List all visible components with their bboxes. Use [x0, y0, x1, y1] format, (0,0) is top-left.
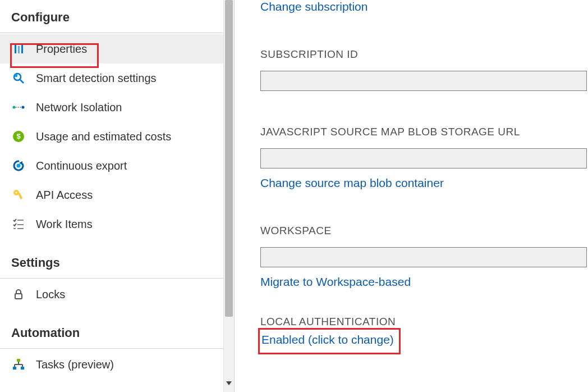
checklist-icon	[11, 217, 26, 231]
sourcemap-url-label: JAVASCRIPT SOURCE MAP BLOB STORAGE URL	[260, 126, 588, 138]
refresh-icon	[11, 158, 26, 173]
change-sourcemap-link[interactable]: Change source map blob container	[260, 176, 444, 190]
sidebar-item-smart-detection[interactable]: Smart detection settings	[0, 63, 223, 93]
svg-line-4	[20, 80, 24, 83]
svg-rect-0	[15, 44, 16, 53]
workspace-label: WORKSPACE	[260, 225, 588, 237]
section-divider	[0, 33, 223, 33]
sidebar-item-label: Continuous export	[36, 159, 127, 172]
svg-rect-18	[13, 228, 16, 229]
sidebar-item-properties[interactable]: Properties	[0, 34, 223, 63]
svg-rect-15	[18, 193, 22, 199]
sidebar-section-header: Settings	[0, 239, 223, 278]
subscription-id-field[interactable]	[260, 71, 587, 91]
svg-marker-28	[226, 381, 232, 385]
subscription-id-label: SUBSCRIPTION ID	[260, 48, 588, 61]
sidebar-item-work-items[interactable]: Work Items	[0, 209, 223, 239]
sidebar-item-label: Properties	[36, 43, 87, 56]
workspace-field[interactable]	[260, 247, 587, 267]
svg-rect-5	[15, 74, 17, 77]
svg-point-6	[13, 106, 16, 109]
svg-point-14	[15, 192, 17, 193]
svg-rect-19	[17, 228, 24, 229]
sidebar-item-continuous-export[interactable]: Continuous export	[0, 151, 223, 180]
sidebar-section-header: Automation	[0, 309, 223, 348]
sidebar-item-api-access[interactable]: API Access	[0, 180, 223, 209]
migrate-workspace-link[interactable]: Migrate to Workspace-based	[260, 275, 411, 289]
svg-rect-26	[13, 367, 16, 370]
pane-divider-scrollbar[interactable]	[223, 0, 235, 392]
svg-rect-17	[17, 224, 24, 225]
section-divider	[0, 348, 223, 349]
sidebar-item-label: Network Isolation	[36, 101, 122, 114]
key-icon	[11, 188, 26, 202]
app-root: ConfigurePropertiesSmart detection setti…	[0, 0, 588, 392]
svg-rect-20	[15, 294, 22, 299]
sidebar-item-label: Usage and estimated costs	[36, 130, 171, 143]
svg-rect-21	[17, 359, 20, 362]
net-icon	[11, 100, 26, 115]
scrollbar-down-arrow[interactable]	[224, 380, 234, 388]
svg-rect-1	[18, 46, 20, 53]
sidebar-item-label: Smart detection settings	[36, 72, 157, 85]
lock-icon	[11, 287, 26, 302]
dollar-icon: $	[11, 129, 26, 144]
svg-text:$: $	[16, 132, 21, 140]
local-auth-toggle-link[interactable]: Enabled (click to change)	[261, 333, 394, 346]
magnifier-icon	[11, 71, 26, 85]
sidebar-item-tasks-preview[interactable]: Tasks (preview)	[0, 350, 223, 379]
sidebar: ConfigurePropertiesSmart detection setti…	[0, 0, 223, 392]
main-panel: Change subscription SUBSCRIPTION ID JAVA…	[235, 0, 588, 392]
change-subscription-link[interactable]: Change subscription	[260, 0, 368, 13]
scrollbar-thumb[interactable]	[225, 0, 233, 317]
svg-point-12	[17, 164, 21, 168]
svg-rect-27	[21, 367, 24, 370]
sidebar-section-header: Configure	[0, 3, 223, 33]
sourcemap-url-field[interactable]	[260, 148, 587, 168]
svg-rect-16	[17, 220, 24, 221]
section-divider	[0, 278, 223, 279]
sidebar-item-usage-costs[interactable]: $Usage and estimated costs	[0, 122, 223, 151]
sidebar-item-label: Work Items	[36, 218, 93, 231]
sidebar-item-locks[interactable]: Locks	[0, 280, 223, 309]
sidebar-item-label: Locks	[36, 288, 65, 301]
sidebar-item-label: Tasks (preview)	[36, 358, 114, 371]
svg-point-7	[22, 106, 25, 109]
local-auth-label: LOCAL AUTHENTICATION	[260, 316, 588, 328]
sidebar-item-label: API Access	[36, 189, 93, 202]
sidebar-item-network-isolation[interactable]: Network Isolation	[0, 93, 223, 122]
sliders-icon	[11, 42, 26, 56]
flow-icon	[11, 357, 26, 372]
svg-rect-2	[21, 43, 23, 53]
